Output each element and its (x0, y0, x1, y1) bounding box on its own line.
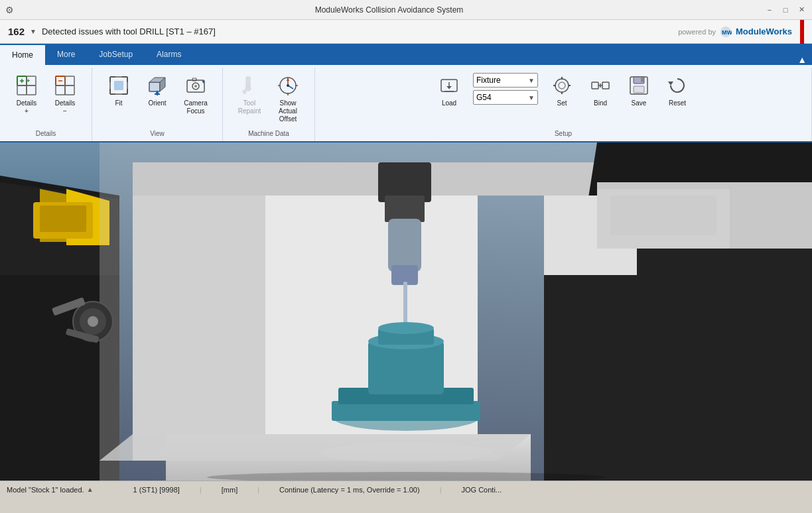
tab-more[interactable]: More (45, 44, 87, 65)
orient-button[interactable]: Orient (139, 70, 176, 111)
svg-rect-24 (149, 82, 160, 91)
svg-point-51 (559, 82, 565, 89)
details-group-label: Details (0, 130, 92, 140)
show-actual-offset-button[interactable]: Show ActualOffset (269, 70, 306, 127)
ribbon-group-view: Fit Orient (92, 68, 223, 141)
g54-dropdown-arrow: ▼ (528, 94, 535, 101)
set-button[interactable]: Set (543, 70, 580, 111)
show-actual-offset-icon (276, 74, 300, 97)
ribbon-group-details: + Details+ Details− De (0, 68, 92, 141)
statusbar: Model "Stock 1" loaded. ▲ 1 (ST1) [9998]… (0, 481, 812, 498)
svg-point-32 (194, 85, 197, 87)
fixture-label: Fixture (476, 76, 501, 85)
svg-rect-56 (592, 82, 598, 89)
svg-point-50 (555, 79, 569, 92)
ribbon-group-setup: Load Fixture ▼ G54 ▼ (315, 68, 812, 141)
fixture-dropdown[interactable]: Fixture ▼ (473, 73, 538, 87)
minimize-button[interactable]: − (764, 5, 775, 15)
details-minus-label: Details− (55, 99, 76, 115)
status-arrow: ▲ (87, 486, 94, 493)
latency-info: Continue (Latency = 1 ms, Override = 1.0… (279, 486, 420, 494)
close-button[interactable]: ✕ (796, 5, 807, 15)
set-label: Set (557, 99, 567, 107)
machine-3d-view (0, 142, 812, 481)
camera-focus-icon: ▼ (184, 74, 208, 97)
window-title: ModuleWorks Collision Avoidance System (14, 5, 764, 15)
tab-jobsetup[interactable]: JobSetup (87, 44, 145, 65)
bind-button[interactable]: Bind (582, 70, 619, 111)
fit-icon (107, 74, 131, 97)
ribbon-group-machine-data: ToolRepaint Show ActualOffs (223, 68, 315, 141)
reset-button[interactable]: Reset (659, 70, 696, 111)
svg-text:MW: MW (722, 29, 732, 36)
details-plus-label: Details+ (17, 99, 37, 115)
camera-focus-label: CameraFocus (184, 99, 208, 115)
svg-rect-71 (40, 205, 86, 232)
svg-text:▼: ▼ (201, 80, 206, 84)
orient-label: Orient (148, 99, 166, 107)
setup-group-label: Setup (315, 130, 811, 140)
tab-home[interactable]: Home (0, 44, 45, 65)
set-icon (550, 74, 574, 97)
save-icon (627, 74, 651, 97)
bind-label: Bind (594, 99, 607, 107)
g54-value: G54 (476, 93, 492, 102)
infobar: 162 ▼ Detected issues with tool DRILL [S… (0, 20, 812, 44)
details-minus-icon (53, 74, 77, 97)
svg-rect-13 (65, 86, 74, 95)
ribbon: + Details+ Details− De (0, 65, 812, 142)
svg-rect-23 (114, 81, 123, 90)
mw-logo-icon: MW (720, 26, 732, 38)
issue-dropdown-arrow[interactable]: ▼ (30, 28, 36, 35)
powered-by: powered by MW ModuleWorks (678, 26, 792, 38)
app-icon: ⚙ (5, 5, 14, 15)
svg-marker-76 (133, 162, 597, 196)
tabbar: Home More JobSetup Alarms ▲ (0, 44, 812, 65)
save-button[interactable]: Save (620, 70, 657, 111)
svg-point-37 (245, 87, 251, 91)
reset-icon (665, 74, 689, 97)
details-plus-icon: + (15, 74, 38, 97)
bind-icon (588, 74, 612, 97)
details-plus-button[interactable]: + Details+ (8, 70, 45, 119)
view-group-label: View (92, 130, 222, 140)
issue-number: 162 (8, 26, 25, 37)
svg-rect-33 (192, 78, 196, 81)
tab-alarms[interactable]: Alarms (145, 44, 193, 65)
svg-point-98 (320, 443, 492, 463)
viewport[interactable] (0, 142, 812, 481)
svg-point-97 (378, 322, 434, 334)
svg-rect-12 (56, 86, 65, 95)
svg-point-101 (88, 316, 98, 327)
mm-info: [mm] (222, 486, 237, 494)
reset-label: Reset (669, 99, 686, 107)
details-minus-button[interactable]: Details− (46, 70, 84, 119)
svg-rect-57 (602, 82, 609, 89)
svg-marker-48 (446, 86, 452, 89)
load-button[interactable]: Load (431, 70, 468, 111)
show-actual-offset-label: Show ActualOffset (271, 99, 304, 123)
fit-label: Fit (115, 99, 122, 107)
tool-repaint-button[interactable]: ToolRepaint (231, 70, 268, 119)
g54-dropdown[interactable]: G54 ▼ (473, 90, 538, 105)
save-label: Save (632, 99, 647, 107)
svg-text:+: + (27, 78, 30, 84)
camera-focus-button[interactable]: ▼ CameraFocus (177, 70, 214, 119)
svg-rect-63 (641, 78, 643, 82)
svg-marker-64 (668, 82, 673, 86)
fit-button[interactable]: Fit (100, 70, 137, 111)
red-accent-bar (800, 20, 804, 44)
svg-rect-7 (27, 86, 36, 95)
status-message: Model "Stock 1" loaded. ▲ (7, 486, 94, 494)
issue-text: Detected issues with tool DRILL [ST1 – #… (42, 27, 216, 36)
tool-repaint-icon (237, 74, 261, 97)
svg-point-41 (287, 84, 289, 87)
svg-rect-85 (388, 219, 421, 272)
load-icon (437, 74, 461, 97)
maximize-button[interactable]: □ (780, 5, 791, 15)
svg-rect-82 (610, 196, 716, 235)
tab-expand-button[interactable]: ▲ (792, 54, 812, 65)
model-loaded-text: Model "Stock 1" loaded. (7, 486, 84, 494)
load-label: Load (442, 99, 456, 107)
tool-repaint-label: ToolRepaint (238, 99, 261, 115)
